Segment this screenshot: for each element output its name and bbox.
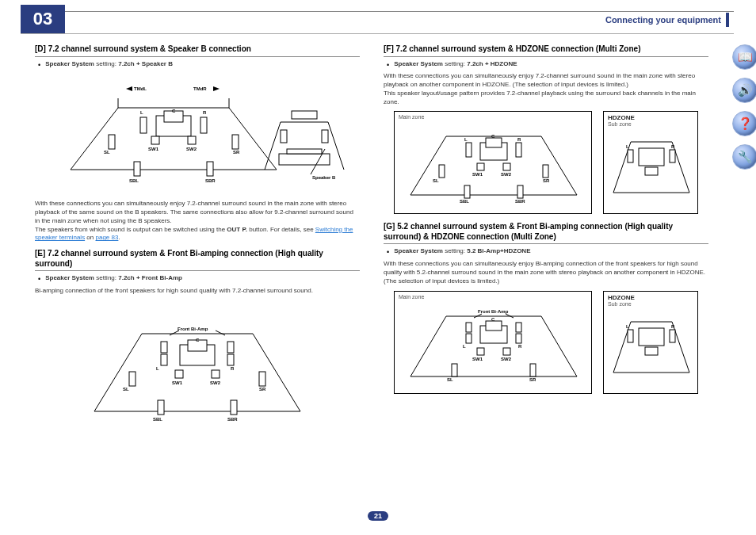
svg-text:R: R [231,366,235,371]
svg-text:SW2: SW2 [501,357,512,361]
svg-rect-81 [486,321,502,331]
bullet-icon [38,60,40,71]
diagram-f: Main zone L C R SW1 SW2 [384,111,708,214]
svg-rect-57 [477,163,484,170]
page-header-title: Connecting your equipment [605,15,721,25]
svg-rect-89 [452,364,457,376]
svg-text:R: R [518,344,522,349]
help-icon[interactable]: ❓ [732,111,756,136]
svg-rect-24 [279,154,330,165]
main-zone-label: Main zone [395,112,591,122]
svg-text:C: C [172,109,176,113]
svg-text:L: L [140,110,143,115]
svg-rect-4 [140,117,147,133]
section-f-heading: [F] 7.2 channel surround system & HDZONE… [384,44,708,57]
svg-text:L: L [463,344,466,349]
right-column: [F] 7.2 channel surround system & HDZONE… [384,44,708,441]
svg-text:SBL: SBL [153,417,162,422]
svg-rect-25 [287,149,322,154]
svg-text:C: C [491,317,495,322]
svg-rect-29 [161,342,167,353]
svg-rect-78 [516,323,521,332]
svg-rect-32 [227,354,234,365]
svg-text:SW2: SW2 [186,147,197,151]
svg-rect-17 [134,162,140,176]
svg-text:Front Bi-Amp: Front Bi-Amp [478,309,509,314]
svg-text:SW1: SW1 [148,147,159,151]
svg-text:SBL: SBL [460,199,469,204]
svg-rect-23 [322,130,328,143]
svg-rect-70 [645,167,658,175]
svg-text:SW2: SW2 [210,380,221,385]
section-d-para2: The speakers from which sound is output … [35,226,360,243]
svg-rect-14 [232,135,239,149]
svg-text:SL: SL [123,387,129,392]
diagram-e: Front Bi-Amp L C R SW1 SW2 [78,300,316,435]
svg-rect-30 [161,354,167,365]
svg-rect-5 [200,117,207,133]
svg-text:SL: SL [433,178,439,183]
svg-text:SL: SL [104,150,110,155]
side-nav: 📖 🔊 ❓ 🔧 [732,44,756,170]
page-number: 21 [368,511,388,521]
diagram-d: TMdL TMdR L C R SW1 SW2 [47,75,348,193]
section-f-setting: Speaker System setting: 7.2ch + HDZONE [394,60,517,71]
svg-rect-43 [259,372,265,386]
svg-rect-10 [188,136,196,144]
left-column: [D] 7.2 channel surround system & Speake… [35,44,360,441]
svg-rect-62 [543,165,548,178]
svg-text:SW1: SW1 [472,357,483,361]
svg-rect-18 [207,162,213,176]
svg-rect-21 [292,111,317,119]
svg-rect-85 [477,348,484,355]
section-f-para2: This speaker layout/usage pattern provid… [384,90,708,107]
book-icon[interactable]: 📖 [732,44,756,70]
svg-rect-53 [516,143,521,157]
gear-icon[interactable]: 🔧 [732,144,756,170]
svg-rect-38 [175,370,183,378]
main-zone-label-g: Main zone [395,292,591,302]
header-accent [726,13,729,27]
svg-rect-69 [639,148,664,166]
svg-rect-58 [503,163,510,170]
svg-rect-13 [109,135,115,149]
link-page-83[interactable]: page 83 [95,234,118,241]
svg-text:R: R [203,110,207,115]
svg-rect-9 [151,136,159,144]
svg-text:SBR: SBR [205,178,216,183]
svg-text:C: C [196,338,200,342]
svg-text:SL: SL [447,377,453,382]
svg-text:SBL: SBL [129,178,139,183]
svg-rect-71 [628,150,633,162]
svg-text:TMdR: TMdR [193,86,207,91]
svg-rect-86 [503,348,510,355]
svg-rect-66 [517,185,523,198]
svg-rect-31 [227,342,234,353]
svg-text:Speaker B: Speaker B [312,175,336,180]
diagram-g: Main zone Front Bi-Amp L C R [384,291,708,394]
svg-text:R: R [517,137,521,142]
svg-text:SW2: SW2 [501,172,512,177]
svg-rect-93 [639,328,664,346]
section-e-heading: [E] 7.2 channel surround system & Front … [35,249,360,271]
svg-text:SW1: SW1 [472,172,483,177]
section-d-heading: [D] 7.2 channel surround system & Speake… [35,44,360,57]
svg-rect-94 [645,347,658,355]
svg-text:TMdL: TMdL [134,86,147,91]
svg-text:SW1: SW1 [172,380,183,385]
svg-text:SR: SR [529,377,536,382]
speaker-icon[interactable]: 🔊 [732,78,756,103]
svg-text:R: R [671,324,675,329]
section-g-heading: [G] 5.2 channel surround system & Front … [384,222,708,244]
svg-rect-77 [466,334,472,343]
section-e-para: Bi-amping connection of the front speake… [35,287,360,296]
svg-text:SR: SR [259,387,266,392]
chapter-number: 03 [21,5,65,33]
svg-rect-90 [530,364,536,376]
svg-text:R: R [671,144,675,149]
svg-text:SBR: SBR [515,199,525,204]
section-e-setting: Speaker System setting: 7.2ch + Front Bi… [45,274,182,285]
svg-rect-61 [439,165,445,178]
svg-rect-79 [516,334,521,343]
svg-text:L: L [156,366,159,371]
